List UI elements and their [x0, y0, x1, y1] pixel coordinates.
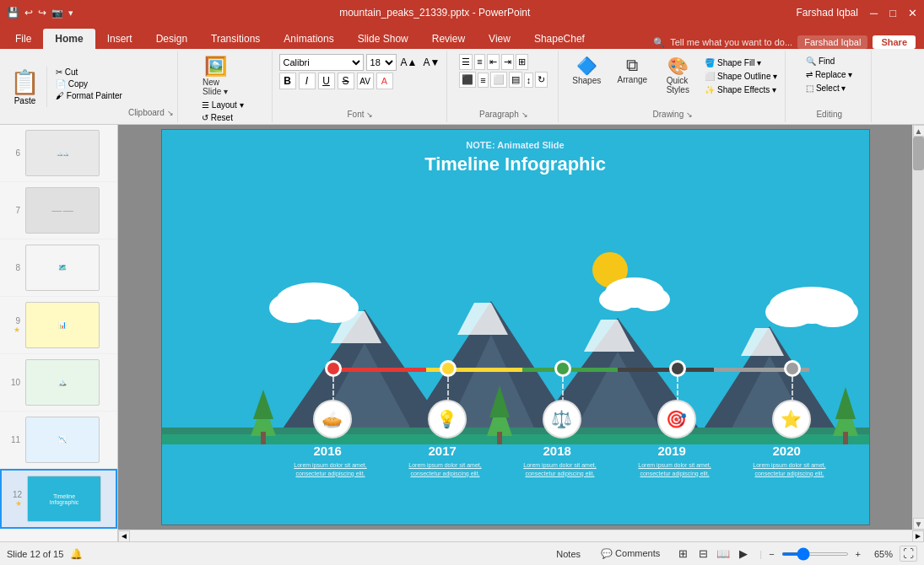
slide-sorter-btn[interactable]: ⊟ [694, 545, 712, 563]
user-label: Farshad Iqbal [797, 7, 858, 19]
paste-button[interactable]: 📋 Paste [7, 67, 47, 107]
scroll-thumb[interactable] [913, 137, 924, 170]
line-spacing[interactable]: ↕ [524, 73, 534, 88]
align-center[interactable]: ≡ [478, 73, 488, 88]
slide-thumb-12[interactable]: 12★ TimelineInfographic [0, 469, 117, 529]
comments-button[interactable]: 💬 Comments [594, 546, 667, 561]
clipboard-label: Clipboard ↘ [128, 108, 174, 119]
more-options[interactable]: ▾ [68, 8, 73, 19]
normal-view-btn[interactable]: ⊞ [673, 545, 692, 563]
paragraph-label: Paragraph ↘ [479, 110, 527, 121]
title-bar: 💾 ↩ ↪ 📷 ▾ mountain_peaks_21339.pptx - Po… [0, 0, 924, 25]
quick-styles-icon: 🎨 [667, 56, 689, 76]
replace-button[interactable]: ⇌ Replace ▾ [803, 69, 855, 80]
font-size-select[interactable]: 18 [366, 54, 397, 71]
tab-slideshow[interactable]: Slide Show [346, 29, 420, 49]
cut-button[interactable]: ✂ Cut [53, 67, 125, 78]
scroll-track[interactable] [913, 137, 924, 518]
slide-thumb-7[interactable]: 7 —— —— [0, 182, 117, 239]
tab-shapechef[interactable]: ShapeChef [522, 29, 597, 49]
maximize-btn[interactable]: □ [889, 7, 896, 19]
slide-canvas[interactable]: NOTE: Animated Slide Timeline Infographi… [161, 129, 870, 525]
tab-animations[interactable]: Animations [272, 29, 345, 49]
bold-button[interactable]: B [279, 73, 296, 89]
close-btn[interactable]: ✕ [908, 7, 917, 19]
text-shadow-button[interactable]: AV [357, 73, 374, 89]
slide-number-12: 12★ [8, 490, 22, 508]
increase-indent[interactable]: ⇥ [501, 54, 514, 70]
editing-label: Editing [816, 110, 842, 121]
copy-button[interactable]: 📄 Copy [53, 78, 125, 89]
quick-styles-button[interactable]: 🎨 QuickStyles [657, 54, 699, 96]
status-bar: Slide 12 of 15 🔔 Notes 💬 Comments ⊞ ⊟ 📖 … [0, 541, 924, 565]
justify[interactable]: ▤ [509, 72, 522, 88]
paste-label: Paste [14, 96, 36, 105]
drawing-group: 🔷 Shapes ⧉ Arrange 🎨 QuickStyles 🪣 Shape… [560, 51, 786, 122]
new-slide-button[interactable]: 🖼️ NewSlide ▾ [199, 56, 231, 98]
right-scrollbar: ▲ ▼ [912, 125, 924, 530]
minimize-btn[interactable]: ─ [870, 7, 878, 19]
notes-button[interactable]: Notes [549, 547, 587, 561]
reset-button[interactable]: ↺ Reset [199, 112, 235, 123]
tell-me-input[interactable]: Tell me what you want to do... [670, 37, 792, 47]
shape-outline-button[interactable]: ⬜ Shape Outline ▾ [702, 71, 780, 82]
columns-button[interactable]: ⊞ [516, 54, 528, 70]
tab-review[interactable]: Review [420, 29, 477, 49]
zoom-slider[interactable] [781, 552, 849, 556]
slide-thumb-6[interactable]: 6 🏔️🏔️ [0, 125, 117, 182]
slide-thumb-11[interactable]: 11 📉 [0, 412, 117, 469]
slide-thumb-8[interactable]: 8 🗺️ [0, 239, 117, 297]
font-color-button[interactable]: A [376, 73, 393, 89]
strikethrough-button[interactable]: S [338, 73, 354, 89]
reading-view-btn[interactable]: 📖 [714, 545, 732, 563]
zoom-in-btn[interactable]: + [856, 549, 861, 559]
decrease-indent[interactable]: ⇤ [487, 54, 500, 70]
slide-thumb-9[interactable]: 9★ 📊 [0, 297, 117, 354]
redo-icon[interactable]: ↪ [38, 7, 46, 19]
tab-home[interactable]: Home [43, 29, 95, 49]
zoom-level[interactable]: 65% [867, 549, 893, 559]
shape-fill-button[interactable]: 🪣 Shape Fill ▾ [702, 57, 780, 68]
undo-icon[interactable]: ↩ [24, 7, 33, 19]
text-direction[interactable]: ↻ [535, 72, 548, 88]
font-size-decrease[interactable]: A▼ [421, 56, 441, 69]
user-account[interactable]: Farshad Iqbal [797, 35, 867, 49]
align-right[interactable]: ⬜ [490, 72, 507, 88]
zoom-out-btn[interactable]: − [769, 549, 774, 559]
align-left[interactable]: ⬛ [459, 72, 476, 88]
numbered-list-button[interactable]: ≡ [474, 54, 484, 70]
shape-effects-button[interactable]: ✨ Shape Effects ▾ [702, 84, 780, 95]
icon-circle-3: ⚖️ [543, 400, 581, 439]
italic-button[interactable]: I [299, 73, 316, 89]
select-button[interactable]: ⬚ Select ▾ [803, 83, 848, 94]
scroll-up-arrow[interactable]: ▲ [913, 125, 925, 137]
tab-design[interactable]: Design [144, 29, 199, 49]
slide-thumb-10[interactable]: 10 🏔️ [0, 354, 117, 412]
find-button[interactable]: 🔍 Find [803, 56, 837, 67]
slideshow-view-btn[interactable]: ▶ [734, 545, 753, 563]
scroll-down-arrow[interactable]: ▼ [913, 518, 925, 530]
tab-file[interactable]: File [3, 29, 43, 49]
paste-icon: 📋 [10, 68, 40, 96]
format-painter-button[interactable]: 🖌 Format Painter [53, 90, 125, 101]
arrange-button[interactable]: ⧉ Arrange [611, 54, 653, 86]
tab-insert[interactable]: Insert [95, 29, 144, 49]
bullets-button[interactable]: ☰ [459, 54, 473, 70]
font-family-select[interactable]: Calibri [279, 54, 364, 71]
timeline-dot-2 [440, 360, 457, 377]
share-button[interactable]: Share [873, 35, 916, 49]
scroll-right-arrow[interactable]: ► [912, 530, 924, 542]
tab-view[interactable]: View [477, 29, 522, 49]
dashed-line-4 [677, 377, 678, 402]
layout-button[interactable]: ☰ Layout ▾ [199, 100, 246, 110]
font-size-increase[interactable]: A▲ [399, 56, 419, 69]
shapes-button[interactable]: 🔷 Shapes [565, 54, 608, 87]
screenshot-icon[interactable]: 📷 [51, 8, 63, 19]
underline-button[interactable]: U [318, 73, 335, 89]
scroll-left-arrow[interactable]: ◄ [118, 530, 130, 542]
tab-transitions[interactable]: Transitions [199, 29, 272, 49]
save-icon[interactable]: 💾 [7, 7, 19, 19]
svg-point-22 [808, 297, 858, 327]
slide-number-11: 11 [7, 435, 20, 444]
fit-slide-btn[interactable]: ⛶ [900, 546, 917, 562]
